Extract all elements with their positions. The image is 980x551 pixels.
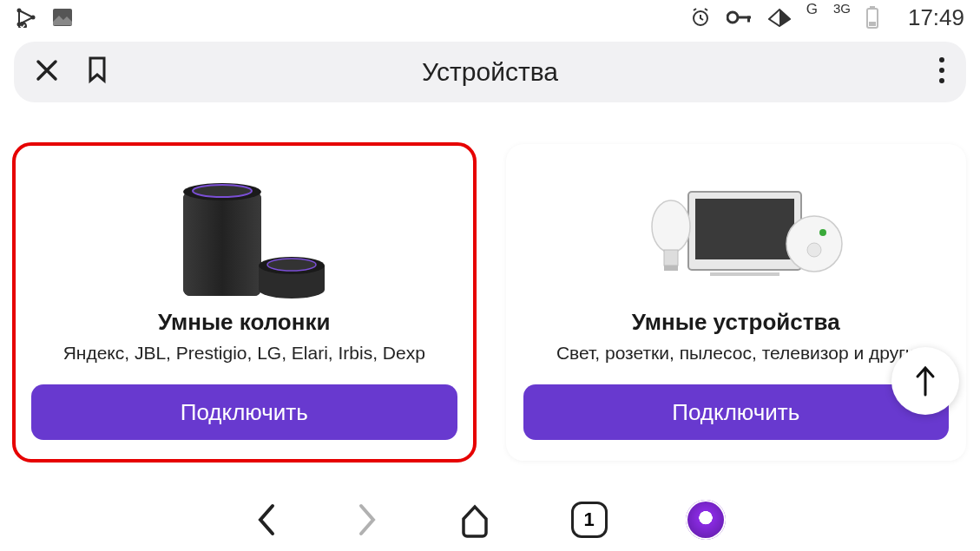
svg-rect-16 bbox=[183, 192, 261, 296]
card-title: Умные устройства bbox=[632, 309, 840, 336]
card-smart-speakers[interactable]: Умные колонки Яндекс, JBL, Prestigio, LG… bbox=[14, 144, 475, 461]
alice-orb-icon bbox=[686, 500, 726, 540]
arrow-up-icon bbox=[912, 364, 938, 398]
status-bar: G 3G 17:49 bbox=[0, 0, 980, 35]
bookmark-button[interactable] bbox=[87, 56, 108, 88]
nav-forward-button bbox=[356, 502, 378, 537]
connect-button[interactable]: Подключить bbox=[31, 384, 457, 440]
tab-count: 1 bbox=[583, 508, 594, 531]
svg-rect-30 bbox=[664, 266, 678, 271]
more-menu-button[interactable] bbox=[938, 72, 945, 87]
page-title: Устройства bbox=[422, 57, 558, 87]
svg-point-33 bbox=[807, 243, 821, 257]
alarm-icon bbox=[690, 7, 711, 28]
svg-rect-11 bbox=[869, 22, 876, 26]
home-icon bbox=[457, 502, 493, 538]
wifi-icon bbox=[768, 8, 791, 27]
svg-point-12 bbox=[939, 57, 944, 62]
svg-rect-29 bbox=[664, 250, 678, 266]
smart-speaker-image bbox=[157, 161, 331, 300]
app-header: Устройства bbox=[14, 42, 966, 102]
scroll-top-button[interactable] bbox=[891, 347, 959, 415]
battery-icon bbox=[866, 6, 878, 29]
nav-alice-button[interactable] bbox=[686, 500, 726, 540]
image-icon bbox=[52, 8, 73, 27]
chevron-left-icon bbox=[255, 502, 278, 537]
svg-point-1 bbox=[31, 16, 36, 20]
network-g-label: G bbox=[806, 1, 818, 18]
close-button[interactable] bbox=[35, 58, 59, 86]
vpn-key-icon bbox=[727, 10, 753, 25]
svg-rect-26 bbox=[695, 199, 794, 259]
clock-time: 17:49 bbox=[908, 4, 964, 31]
share-icon bbox=[16, 7, 38, 28]
nav-back-button[interactable] bbox=[255, 502, 278, 537]
svg-point-6 bbox=[727, 12, 738, 23]
svg-point-28 bbox=[652, 200, 690, 253]
connect-button[interactable]: Подключить bbox=[523, 384, 950, 440]
card-subtitle: Яндекс, JBL, Prestigio, LG, Elari, Irbis… bbox=[63, 343, 425, 364]
svg-rect-10 bbox=[870, 6, 875, 9]
nav-home-button[interactable] bbox=[457, 502, 493, 538]
svg-point-14 bbox=[939, 78, 944, 83]
svg-point-13 bbox=[939, 68, 944, 73]
tab-count-badge: 1 bbox=[571, 502, 608, 538]
svg-rect-27 bbox=[710, 272, 779, 276]
svg-rect-8 bbox=[747, 16, 750, 23]
content-area: Умные колонки Яндекс, JBL, Prestigio, LG… bbox=[0, 109, 980, 461]
card-smart-devices[interactable]: Умные устройства Свет, розетки, пылесос,… bbox=[506, 144, 967, 461]
card-subtitle: Свет, розетки, пылесос, телевизор и друг… bbox=[556, 343, 916, 364]
smart-devices-image bbox=[628, 161, 845, 300]
nav-tabs-button[interactable]: 1 bbox=[571, 502, 608, 538]
svg-point-32 bbox=[819, 229, 826, 236]
svg-point-0 bbox=[17, 9, 22, 13]
chevron-right-icon bbox=[356, 502, 378, 537]
bottom-nav: 1 bbox=[0, 489, 980, 551]
network-3g-label: 3G bbox=[833, 1, 851, 16]
card-title: Умные колонки bbox=[158, 309, 330, 336]
